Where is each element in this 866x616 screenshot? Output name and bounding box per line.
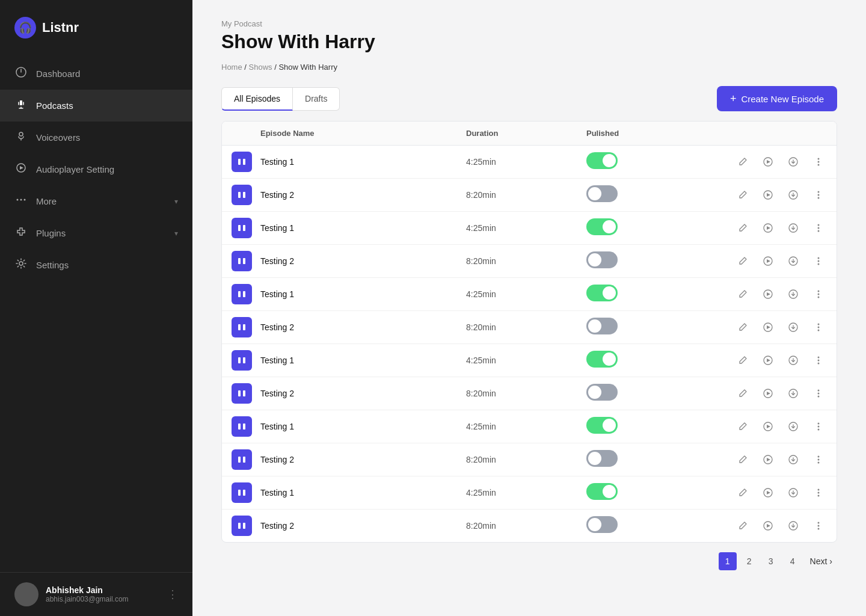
play-button[interactable] [760, 352, 776, 369]
edit-button[interactable] [734, 319, 751, 336]
episode-published[interactable] [586, 152, 719, 171]
published-toggle[interactable] [586, 285, 618, 301]
more-options-button[interactable] [810, 385, 827, 402]
published-toggle[interactable] [586, 450, 618, 467]
episode-duration: 8:20min [466, 190, 586, 200]
published-toggle[interactable] [586, 185, 618, 202]
download-button[interactable] [785, 418, 802, 435]
svg-rect-57 [243, 357, 245, 363]
sidebar-item-podcasts[interactable]: Podcasts [0, 90, 192, 122]
more-options-button[interactable] [810, 220, 827, 236]
edit-button[interactable] [734, 253, 751, 270]
more-options-button[interactable] [810, 253, 827, 270]
more-options-button[interactable] [810, 418, 827, 435]
play-button[interactable] [760, 418, 776, 435]
sidebar-item-voiceovers[interactable]: Voiceovers [0, 122, 192, 153]
download-button[interactable] [785, 352, 802, 369]
page-3[interactable]: 3 [762, 552, 780, 570]
sidebar-item-audioplayer[interactable]: Audioplayer Setting [0, 153, 192, 185]
more-options-button[interactable] [810, 517, 827, 534]
next-button[interactable]: Next › [805, 554, 837, 568]
episode-published[interactable] [586, 516, 719, 535]
download-button[interactable] [785, 319, 802, 336]
play-button[interactable] [760, 286, 776, 303]
published-toggle[interactable] [586, 251, 618, 268]
edit-button[interactable] [734, 186, 751, 203]
episode-published[interactable] [586, 318, 719, 337]
published-toggle[interactable] [586, 417, 618, 434]
more-options-button[interactable] [810, 286, 827, 303]
published-toggle[interactable] [586, 384, 618, 401]
more-options-button[interactable] [810, 484, 827, 501]
page-2[interactable]: 2 [740, 552, 758, 570]
download-button[interactable] [785, 153, 802, 170]
page-4[interactable]: 4 [784, 552, 802, 570]
download-button[interactable] [785, 451, 802, 468]
create-episode-button[interactable]: + Create New Episode [717, 86, 837, 111]
published-toggle[interactable] [586, 152, 618, 169]
episode-published[interactable] [586, 351, 719, 370]
logo[interactable]: 🎧 Listnr [0, 0, 192, 53]
episode-published[interactable] [586, 384, 719, 403]
published-toggle[interactable] [586, 516, 618, 533]
svg-point-4 [17, 199, 19, 201]
download-button[interactable] [785, 220, 802, 236]
more-options-button[interactable] [810, 352, 827, 369]
edit-button[interactable] [734, 352, 751, 369]
sidebar-item-more[interactable]: More ▾ [0, 185, 192, 217]
episode-published[interactable] [586, 285, 719, 304]
episode-published[interactable] [586, 218, 719, 238]
play-button[interactable] [760, 484, 776, 501]
user-more-button[interactable]: ⋮ [167, 588, 178, 601]
edit-button[interactable] [734, 418, 751, 435]
download-button[interactable] [785, 385, 802, 402]
edit-button[interactable] [734, 451, 751, 468]
play-button[interactable] [760, 319, 776, 336]
breadcrumb-home[interactable]: Home [221, 63, 242, 72]
more-options-button[interactable] [810, 153, 827, 170]
episode-published[interactable] [586, 450, 719, 469]
sidebar-item-settings[interactable]: Settings [0, 249, 192, 281]
play-button[interactable] [760, 253, 776, 270]
svg-marker-43 [767, 292, 770, 296]
edit-button[interactable] [734, 517, 751, 534]
published-toggle[interactable] [586, 483, 618, 500]
row-actions [719, 286, 827, 303]
dashboard-label: Dashboard [36, 69, 80, 79]
download-button[interactable] [785, 253, 802, 270]
play-button[interactable] [760, 186, 776, 203]
more-options-button[interactable] [810, 319, 827, 336]
page-1[interactable]: 1 [719, 552, 737, 570]
download-button[interactable] [785, 186, 802, 203]
published-toggle[interactable] [586, 218, 618, 235]
download-button[interactable] [785, 484, 802, 501]
breadcrumb-shows[interactable]: Shows [249, 63, 272, 72]
svg-marker-35 [767, 259, 770, 263]
play-button[interactable] [760, 385, 776, 402]
edit-button[interactable] [734, 153, 751, 170]
more-options-button[interactable] [810, 186, 827, 203]
download-button[interactable] [785, 286, 802, 303]
play-button[interactable] [760, 517, 776, 534]
more-options-button[interactable] [810, 451, 827, 468]
episode-published[interactable] [586, 251, 719, 271]
svg-point-13 [818, 158, 820, 160]
episode-published[interactable] [586, 483, 719, 502]
sidebar-item-dashboard[interactable]: Dashboard [0, 58, 192, 90]
tab-drafts[interactable]: Drafts [293, 87, 340, 111]
svg-point-7 [19, 262, 23, 265]
download-button[interactable] [785, 517, 802, 534]
tab-all-episodes[interactable]: All Episodes [221, 87, 293, 111]
published-toggle[interactable] [586, 318, 618, 334]
episode-published[interactable] [586, 185, 719, 205]
sidebar-item-plugins[interactable]: Plugins ▾ [0, 217, 192, 249]
published-toggle[interactable] [586, 351, 618, 368]
episode-published[interactable] [586, 417, 719, 436]
play-button[interactable] [760, 153, 776, 170]
edit-button[interactable] [734, 385, 751, 402]
edit-button[interactable] [734, 286, 751, 303]
play-button[interactable] [760, 220, 776, 236]
edit-button[interactable] [734, 220, 751, 236]
edit-button[interactable] [734, 484, 751, 501]
play-button[interactable] [760, 451, 776, 468]
